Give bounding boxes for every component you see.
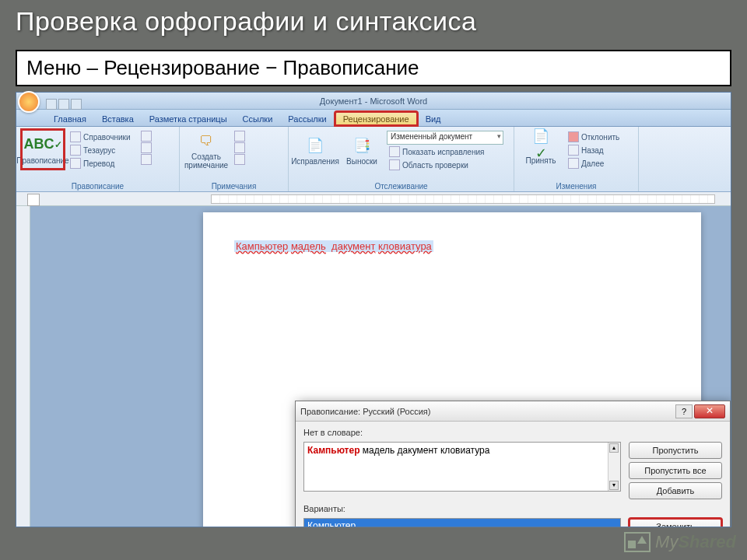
group-label-changes: Изменения [514, 182, 638, 191]
vertical-ruler [16, 206, 30, 527]
abc-icon[interactable] [141, 154, 152, 165]
not-in-dictionary-textbox[interactable]: Кампьютер мадель дакумент кловиатура ▴ ▾ [303, 442, 621, 492]
document-text-line: Кампьютер мадель дакумент кловиатура [234, 240, 433, 252]
comment-icon: 🗨 [195, 131, 218, 151]
spelling-button[interactable]: ABC✓ Правописание [21, 129, 65, 170]
ignore-all-button[interactable]: Пропустить все [629, 462, 722, 479]
track-icon: 📄 [303, 135, 327, 156]
translate-button[interactable]: Перевод [68, 157, 133, 170]
delete-comment-icon[interactable] [234, 131, 245, 142]
next-comment-icon[interactable] [234, 154, 245, 165]
undo-icon[interactable] [58, 99, 69, 110]
ruler-scale [211, 194, 715, 204]
error-word: Кампьютер [307, 445, 359, 456]
balloons-icon: 📑 [350, 135, 374, 156]
group-label-comments: Примечания [180, 182, 288, 191]
window-title-bar: Документ1 - Microsoft Word [16, 93, 731, 110]
tab-insert[interactable]: Вставка [94, 112, 142, 126]
dialog-close-button[interactable]: ✕ [694, 404, 725, 418]
tab-references[interactable]: Ссылки [235, 112, 281, 126]
research-button[interactable]: Справочники [68, 131, 133, 143]
accept-icon: 📄✓ [529, 135, 552, 155]
thesaurus-button[interactable]: Тезаурус [68, 144, 133, 156]
suggestions-listbox[interactable]: Компьютер ▴ ▾ [303, 518, 621, 527]
accept-button[interactable]: 📄✓ Принять [519, 129, 563, 170]
document-area: Кампьютер мадель дакумент кловиатура Пра… [16, 206, 731, 527]
reject-icon [568, 131, 579, 142]
show-markup-button[interactable]: Показать исправления [387, 145, 503, 158]
ribbon-group-proofing: ABC✓ Правописание Справочники Тезаурус П… [16, 127, 180, 191]
group-label-proofing: Правописание [16, 182, 179, 191]
display-for-review-dropdown[interactable]: Измененный документ [387, 131, 503, 145]
suggestions-label: Варианты: [303, 504, 621, 513]
pane-icon [389, 159, 400, 170]
next-change-button[interactable]: Далее [566, 157, 622, 170]
dialog-title: Правописание: Русский (Россия) [300, 407, 675, 416]
show-markup-icon [389, 146, 400, 157]
research-icon [70, 131, 81, 142]
suggestion-item[interactable]: Компьютер [304, 519, 620, 527]
tab-mailings[interactable]: Рассылки [280, 112, 334, 126]
instruction-path: Меню – Рецензирование − Правописание [16, 50, 731, 86]
group-label-tracking: Отслеживание [289, 182, 514, 191]
not-in-dictionary-label: Нет в словаре: [303, 428, 621, 437]
wordcount-icon[interactable] [141, 131, 152, 142]
context-text: мадель дакумент кловиатура [359, 445, 489, 456]
track-label: Исправления [291, 157, 339, 166]
ribbon: ABC✓ Правописание Справочники Тезаурус П… [16, 127, 731, 192]
new-comment-button[interactable]: 🗨 Создать примечание [184, 129, 228, 171]
tab-review[interactable]: Рецензирование [335, 111, 418, 126]
office-button[interactable] [18, 91, 40, 113]
prev-comment-icon[interactable] [234, 142, 245, 153]
scroll-down-icon[interactable]: ▾ [609, 481, 619, 490]
balloons-button[interactable]: 📑 Выноски [340, 129, 384, 171]
quick-access-toolbar [18, 93, 82, 115]
translate-icon [70, 158, 81, 169]
next-icon [568, 158, 579, 169]
reject-button[interactable]: Отклонить [566, 131, 622, 143]
new-comment-label: Создать примечание [184, 152, 228, 170]
misspelled-word-4: кловиатура [378, 240, 432, 252]
dialog-title-bar: Правописание: Русский (Россия) ? ✕ [296, 401, 730, 422]
balloons-label: Выноски [346, 157, 377, 166]
spelling-icon: ABC✓ [31, 135, 54, 155]
tab-layout[interactable]: Разметка страницы [142, 112, 235, 126]
tab-view[interactable]: Вид [418, 112, 449, 126]
change-button[interactable]: Заменить [629, 518, 722, 527]
slide-title: Проверка орфографии и синтаксиса [16, 6, 477, 37]
spelling-dialog: Правописание: Русский (Россия) ? ✕ Нет в… [295, 401, 731, 527]
watermark-icon [624, 532, 651, 552]
misspelled-word-2: мадель [291, 240, 326, 252]
track-changes-button[interactable]: 📄 Исправления [293, 129, 337, 171]
word-window: Документ1 - Microsoft Word Главная Встав… [16, 92, 731, 527]
ignore-once-button[interactable]: Пропустить [629, 442, 722, 459]
scroll-up-icon[interactable]: ▴ [609, 443, 619, 453]
save-icon[interactable] [46, 99, 57, 110]
accept-label: Принять [525, 156, 556, 165]
ribbon-group-changes: 📄✓ Принять Отклонить Назад Далее Изменен… [514, 127, 639, 191]
watermark: MyShared [624, 532, 736, 552]
misspelled-word-1: Кампьютер [236, 240, 288, 252]
redo-icon[interactable] [71, 99, 82, 110]
horizontal-ruler [16, 192, 731, 206]
spelling-label: Правописание [16, 156, 68, 165]
previous-change-button[interactable]: Назад [566, 144, 622, 156]
ribbon-group-tracking: 📄 Исправления 📑 Выноски Измененный докум… [289, 127, 514, 191]
prev-icon [568, 145, 579, 156]
add-to-dictionary-button[interactable]: Добавить [629, 482, 722, 499]
window-title: Документ1 - Microsoft Word [320, 96, 427, 106]
reviewing-pane-button[interactable]: Область проверки [387, 159, 503, 171]
thesaurus-icon [70, 145, 81, 156]
misspelled-word-3: дакумент [331, 240, 375, 252]
ribbon-group-comments: 🗨 Создать примечание Примечания [180, 127, 289, 191]
ribbon-tabs: Главная Вставка Разметка страницы Ссылки… [16, 110, 731, 127]
dialog-help-button[interactable]: ? [675, 404, 693, 418]
setlang-icon[interactable] [141, 142, 152, 153]
